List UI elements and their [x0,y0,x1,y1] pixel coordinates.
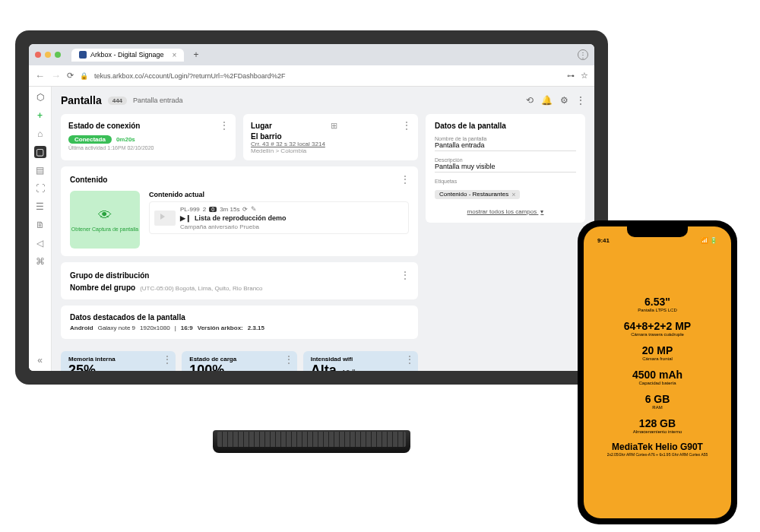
screens-icon[interactable]: ▢ [34,146,46,158]
place-title: Lugar [251,122,272,130]
device: Galaxy note 9 [98,325,135,331]
show-all-link[interactable]: mostrar todos los campos ▾ [435,208,576,215]
group-card: Grupo de distribución ⋮ Nombre del grupo… [61,262,418,299]
spec-val: 128 GB [633,417,682,429]
phone-time: 9:41 [597,237,610,244]
os: Android [70,325,93,331]
tags-label: Etiquetas [435,179,576,184]
collapse-icon[interactable]: « [34,354,46,366]
window-controls[interactable] [35,52,61,58]
desc-input[interactable]: Pantalla muy visible [435,163,576,173]
place-card: Lugar ⊞ ⋮ El barrio Crr. 43 # 32 s 32 lo… [243,114,418,160]
file-icon[interactable]: 🗎 [34,219,46,231]
id-badge: 444 [108,97,127,105]
more-icon[interactable]: ⋮ [405,354,413,365]
link-icon[interactable]: ⌘ [34,255,46,268]
bell-icon[interactable]: 🔔 [541,95,553,106]
more-icon[interactable]: ⋮ [401,270,409,280]
close-dot[interactable] [35,52,41,58]
remove-tag-icon[interactable]: × [511,191,515,198]
place-location: Medellín > Colombia [251,147,410,154]
playlist-icon: ▶❙ [180,214,192,222]
ratio: 16:9 [181,325,193,331]
spec-val: 64+8+2+2 MP [624,320,691,332]
more-icon[interactable]: ⋮ [284,354,293,365]
phone-specs-list: 6.53"Pantalla LTPS LCD 64+8+2+2 MPCámara… [591,244,724,508]
version-label: Versión arkbox: [198,325,243,331]
new-tab-button[interactable]: + [188,49,203,60]
content-card: Contenido ⋮ 👁 Obtener Captura de pantall… [61,166,418,256]
current-content-title: Contenido actual [149,191,409,198]
more-icon[interactable]: ⋮ [163,354,171,365]
memory-metric: ⋮ Memoria interna 25% 29.79 GB / 111.27 … [61,351,176,371]
crop-icon[interactable]: ⛶ [34,182,46,195]
favicon [79,51,87,59]
spec-val: 4500 mAh [632,369,682,381]
memory-value: 25% [68,363,168,371]
count1: 2 [203,206,206,213]
url-text[interactable]: tekus.arkbox.co/Account/Login/?returnUrl… [94,72,561,80]
more-icon[interactable]: ⋮ [220,120,228,131]
capture-button[interactable]: 👁 Obtener Captura de pantalla [70,191,140,249]
name-input[interactable]: Pantalla entrada [435,141,576,151]
tab-close-icon[interactable]: × [173,51,177,59]
tag-text: Contenido - Restaurantes [439,191,508,198]
loop-icon: ⟳ [242,206,248,213]
phone-mockup: 9:41 📶 🔋 6.53"Pantalla LTPS LCD 64+8+2+2… [578,220,737,524]
add-icon[interactable]: + [34,109,46,122]
main-content: Pantalla 444 Pantalla entrada ⟲ 🔔 ⚙ ⋮ [52,87,594,371]
browser-tab[interactable]: Arkbox - Digital Signage × [71,49,184,62]
layers-icon[interactable]: ▤ [34,164,46,176]
page-title: Pantalla [61,94,102,106]
map-icon[interactable]: ⊞ [331,121,337,131]
phone-status-icons: 📶 🔋 [701,237,717,244]
minimize-dot[interactable] [45,52,51,58]
desc-label: Descripción [435,157,576,163]
spec-lbl: Capacidad batería [632,381,682,385]
connection-card: Estado de conexión ⋮ Conectada 0m20s Últ… [61,114,236,160]
spec-lbl: Pantalla LTPS LCD [638,308,677,312]
reload-icon[interactable]: ⟳ [67,71,74,81]
maximize-dot[interactable] [55,52,61,58]
monitor-frame: Arkbox - Digital Signage × + ⋮ ← → ⟳ 🔒 t… [15,30,608,453]
last-activity: Última actividad 1:16PM 02/10/2020 [68,145,228,150]
list-icon[interactable]: ☰ [34,201,46,213]
playlist-name: Lista de reproducción demo [195,214,287,222]
place-address[interactable]: Crr. 43 # 32 s 32 local 3214 [251,141,410,147]
memory-title: Memoria interna [68,356,168,363]
forward-icon[interactable]: → [51,70,61,81]
battery-value: 100% [189,363,289,371]
uptime: 0m20s [116,136,135,143]
more-icon[interactable]: ⋮ [402,120,410,131]
show-all-text: mostrar todos los campos [467,208,537,215]
content-tags: Campaña aniversario Prueba [180,223,404,230]
browser-menu-icon[interactable]: ⋮ [578,49,588,60]
spec-val: MediaTek Helio G90T [607,442,708,452]
bookmark-star-icon[interactable]: ☆ [581,71,588,81]
gear-icon[interactable]: ⚙ [560,95,568,106]
back-icon[interactable]: ← [35,70,45,81]
battery-title: Estado de carga [189,356,289,363]
logo-icon[interactable]: ⬡ [34,91,46,103]
edit-icon[interactable]: ✎ [251,205,257,213]
count2: 0 [209,207,217,212]
keyboard [213,430,410,453]
thumbnail [154,211,176,226]
spec-lbl: RAM [645,405,670,410]
wifi-db: -10db [340,369,357,371]
spec-val: 6.53" [638,296,677,308]
group-name: Nombre del grupo [70,283,135,292]
tag-chip[interactable]: Contenido - Restaurantes × [435,190,520,199]
refresh-icon[interactable]: ⟲ [526,95,534,106]
playlist-code: PL-999 [180,206,200,213]
spec-val: 6 GB [645,393,670,405]
key-icon[interactable]: ⊶ [567,71,575,80]
version: 2.3.15 [248,325,264,331]
more-icon[interactable]: ⋮ [401,174,409,185]
kebab-icon[interactable]: ⋮ [576,95,585,106]
battery-metric: ⋮ Estado de carga 100% Conectado a la en… [182,351,296,371]
announce-icon[interactable]: ◁ [34,237,46,249]
home-icon[interactable]: ⌂ [34,128,46,140]
spec-val: 20 MP [642,344,673,356]
media-item[interactable]: PL-999 2 0 3m 15s ⟳ ✎ [149,201,409,234]
